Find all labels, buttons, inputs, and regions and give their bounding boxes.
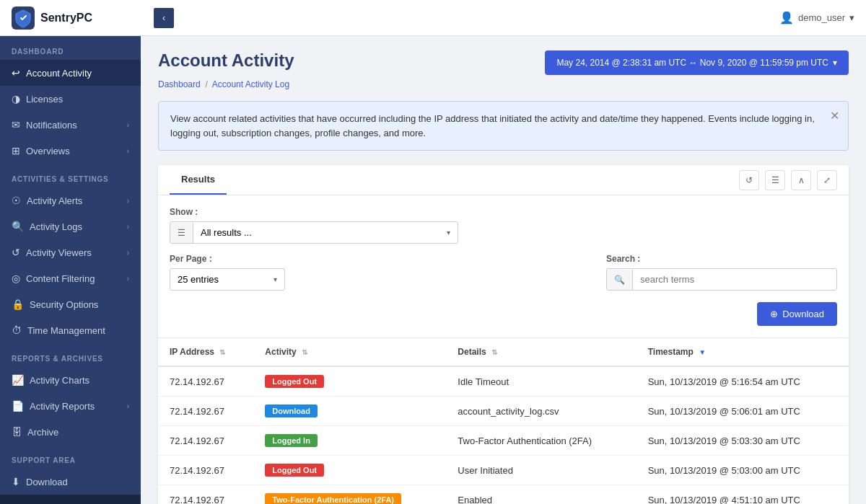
sort-icon-details: ⇅ [491,348,497,356]
activity-badge-1: Download [265,404,318,417]
sidebar: DASHBOARD ↩ Account Activity ◑ Licenses … [0,36,141,504]
col-header-timestamp[interactable]: Timestamp ▼ [637,338,849,367]
sidebar-label-activity-charts: Activity Charts [30,375,89,386]
sidebar-item-activity-charts[interactable]: 📈 Activity Charts [0,367,141,393]
activity-alerts-chevron-icon: › [127,197,129,205]
table-row: 72.14.192.67 Two-Factor Authentication (… [158,485,849,505]
sidebar-item-activity-viewers[interactable]: ↺ Activity Viewers › [0,239,141,265]
sidebar-label-security-options: Security Options [30,299,98,310]
col-header-ip[interactable]: IP Address ⇅ [158,338,253,367]
cell-ip-3: 72.14.192.67 [158,456,253,485]
col-label-timestamp: Timestamp [648,347,694,357]
sidebar-section-support: SUPPORT AREA ⬇ Download [0,445,141,495]
info-alert-close-button[interactable]: ✕ [830,109,839,123]
activity-badge-0: Logged Out [265,375,324,388]
sidebar-label-time-management: Time Management [27,325,105,336]
cell-ip-4: 72.14.192.67 [158,485,253,505]
security-options-icon: 🔒 [12,299,24,310]
sidebar-label-content-filtering: Content Filtering [26,273,95,284]
sidebar-label-archive: Archive [27,427,58,438]
user-icon: 👤 [779,11,794,25]
sidebar-item-activity-reports[interactable]: 📄 Activity Reports › [0,393,141,419]
download-btn-wrap: ⊕ Download [158,302,849,337]
sidebar-item-download[interactable]: ⬇ Download [0,469,141,495]
section-label-reports: REPORTS & ARCHIVES [0,343,141,367]
sort-icon-ip: ⇅ [219,348,225,356]
tab-actions: ↺ ☰ ∧ ⤢ [739,170,837,190]
per-page-select-wrap: 25 entries 50 entries 100 entries ▾ [170,268,285,291]
cell-timestamp-1: Sun, 10/13/2019 @ 5:06:01 am UTC [637,397,849,426]
info-alert: View account related activities that hav… [158,101,849,151]
notifications-chevron-icon: › [127,121,129,129]
sidebar-item-archive[interactable]: 🗄 Archive [0,419,141,445]
main-layout: DASHBOARD ↩ Account Activity ◑ Licenses … [0,36,866,504]
col-label-activity: Activity [265,347,296,357]
per-page-select[interactable]: 25 entries 50 entries 100 entries [170,269,266,290]
cell-activity-0: Logged Out [253,366,446,397]
page-header: Account Activity May 24, 2014 @ 2:38:31 … [158,50,849,75]
activity-badge-4: Two-Factor Authentication (2FA) [265,493,401,504]
activity-logs-chevron-icon: › [127,223,129,231]
col-header-activity[interactable]: Activity ⇅ [253,338,446,367]
sidebar-item-content-filtering[interactable]: ◎ Content Filtering › [0,265,141,291]
sidebar-item-licenses[interactable]: ◑ Licenses [0,86,141,112]
date-range-button[interactable]: May 24, 2014 @ 2:38:31 am UTC ↔ Nov 9, 2… [545,50,849,75]
user-chevron-icon: ▾ [849,12,854,23]
results-table: IP Address ⇅ Activity ⇅ Details ⇅ [158,337,849,504]
results-tab[interactable]: Results [170,165,227,195]
cell-timestamp-2: Sun, 10/13/2019 @ 5:03:30 am UTC [637,426,849,456]
sidebar-label-activity-alerts: Activity Alerts [27,195,82,206]
section-label-dashboard: DASHBOARD [0,36,141,60]
sidebar-label-activity-reports: Activity Reports [30,401,95,412]
sidebar-section-dashboard: DASHBOARD ↩ Account Activity ◑ Licenses … [0,36,141,164]
time-management-icon: ⏱ [12,324,22,336]
sidebar-label-activity-logs: Activity Logs [30,221,82,232]
download-button[interactable]: ⊕ Download [757,302,837,326]
cell-timestamp-0: Sun, 10/13/2019 @ 5:16:54 am UTC [637,366,849,397]
activity-reports-icon: 📄 [12,400,24,412]
search-input[interactable] [633,269,836,290]
results-tab-bar: Results ↺ ☰ ∧ ⤢ [158,165,849,195]
sidebar-item-account-activity[interactable]: ↩ Account Activity [0,60,141,86]
cell-timestamp-4: Sun, 10/13/2019 @ 4:51:10 am UTC [637,485,849,505]
list-view-button[interactable]: ☰ [765,170,785,190]
breadcrumb-root[interactable]: Dashboard [158,79,201,89]
section-label-activities: ACTIVITIES & SETTINGS [0,164,141,187]
sidebar-item-time-management[interactable]: ⏱ Time Management [0,317,141,343]
download-button-label: Download [782,309,824,319]
activity-reports-chevron-icon: › [127,402,129,410]
collapse-sidebar-button[interactable]: ‹ [154,8,174,28]
sidebar-label-activity-viewers: Activity Viewers [26,247,92,258]
show-select[interactable]: All results ... Logged In Logged Out Dow… [193,222,439,243]
download-icon: ⬇ [12,476,20,487]
user-menu[interactable]: 👤 demo_user ▾ [779,11,854,25]
table-header-row: IP Address ⇅ Activity ⇅ Details ⇅ [158,338,849,367]
sidebar-item-activity-alerts[interactable]: ☉ Activity Alerts › [0,187,141,213]
sidebar-brand-bar: SentryPC [0,495,141,504]
filter-two-col: Per Page : 25 entries 50 entries 100 ent… [170,254,837,291]
sidebar-item-overviews[interactable]: ⊞ Overviews › [0,138,141,164]
activity-badge-3: Logged Out [265,464,324,477]
collapse-button[interactable]: ∧ [791,170,811,190]
refresh-button[interactable]: ↺ [739,170,759,190]
activity-charts-icon: 📈 [12,374,24,386]
sidebar-item-security-options[interactable]: 🔒 Security Options [0,291,141,317]
sidebar-item-notifications[interactable]: ✉ Notifications › [0,112,141,138]
sidebar-item-activity-logs[interactable]: 🔍 Activity Logs › [0,213,141,239]
sort-icon-activity: ⇅ [302,348,307,356]
show-label: Show : [170,207,837,217]
sort-icon-timestamp: ▼ [699,348,706,356]
cell-details-2: Two-Factor Authentication (2FA) [446,426,636,456]
main-content: Account Activity May 24, 2014 @ 2:38:31 … [141,36,866,504]
search-wrap: 🔍 [606,268,837,291]
col-header-details[interactable]: Details ⇅ [446,338,636,367]
section-label-support: SUPPORT AREA [0,445,141,469]
date-range-chevron-icon: ▾ [833,58,837,68]
activity-viewers-chevron-icon: › [127,249,129,257]
cell-details-3: User Initiated [446,456,636,485]
username-label: demo_user [798,12,845,23]
cell-activity-2: Logged In [253,426,446,456]
search-label: Search : [606,254,837,264]
expand-button[interactable]: ⤢ [817,170,837,190]
cell-activity-4: Two-Factor Authentication (2FA) [253,485,446,505]
